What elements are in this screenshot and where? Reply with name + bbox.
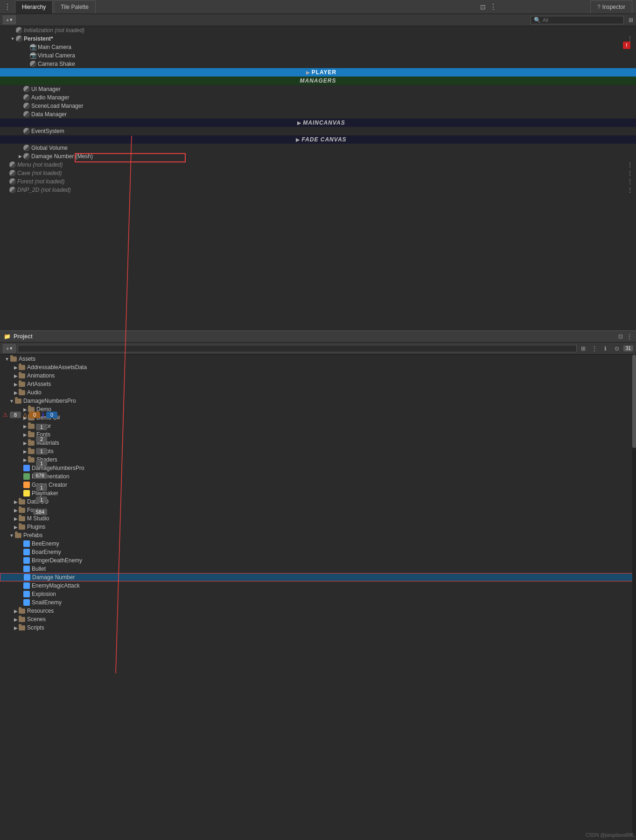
- unity-icon-audio: [23, 94, 30, 101]
- dots-menu-cave-icon[interactable]: ⋮: [627, 169, 636, 177]
- hierarchy-search[interactable]: 🔍: [531, 16, 624, 24]
- warning-count-badge: 0: [29, 412, 40, 418]
- proj-item-dnp-file[interactable]: DamageNumbersPro: [0, 464, 636, 472]
- tree-item-maincam[interactable]: 📷 Main Camera: [0, 43, 636, 51]
- proj-item-gamecreator[interactable]: Game Creator: [0, 481, 636, 489]
- tree-item-camerashake[interactable]: Camera Shake: [0, 60, 636, 68]
- tab-inspector[interactable]: ? Inspector: [590, 0, 632, 14]
- tree-item-audiomanager[interactable]: Audio Manager: [0, 93, 636, 102]
- tree-item-menu[interactable]: Menu (not loaded) ⋮: [0, 161, 636, 169]
- proj-item-scenes[interactable]: ▶ Scenes: [0, 615, 636, 623]
- item-label-damagenumber: Damage Number (Mesh): [31, 153, 93, 160]
- badge-7: 1: [36, 497, 47, 503]
- project-icon-btn-1[interactable]: ⊞: [579, 344, 588, 353]
- proj-item-explosion[interactable]: Explosion: [0, 590, 636, 598]
- project-add-button[interactable]: + ▾: [3, 344, 16, 353]
- unity-icon-dnp2d: [9, 187, 16, 193]
- arrow-scenes-icon: ▶: [14, 617, 18, 622]
- tree-item-datamanager[interactable]: Data Manager: [0, 110, 636, 119]
- proj-item-plugins[interactable]: ▶ Plugins: [0, 523, 636, 531]
- folder-icon-dnp: [15, 399, 21, 404]
- dots-menu-dnp2d-icon[interactable]: ⋮: [627, 186, 636, 194]
- proj-item-shaders[interactable]: ▶ Shaders: [0, 455, 636, 464]
- fadecanvas-section-bar: ▶ FADE CANVAS: [0, 135, 636, 144]
- left-sidebar: ⚠ 8 △ 0 ℹ 0 1 2 1 1 678 1 1 584: [0, 409, 50, 518]
- tab-hierarchy[interactable]: Hierarchy: [15, 0, 53, 14]
- dots-menu-menu-icon[interactable]: ⋮: [627, 161, 636, 168]
- proj-item-democ[interactable]: ▶ Demo C#: [0, 413, 636, 422]
- fadecanvas-expand-icon: ▶: [296, 137, 300, 143]
- project-icon-btn-2[interactable]: ⋮: [590, 344, 599, 353]
- proj-item-resources[interactable]: ▶ Resources: [0, 607, 636, 615]
- proj-item-audio[interactable]: ▶ Audio: [0, 388, 636, 397]
- tree-item-persistent[interactable]: ▼ Persistent* ⋮: [0, 35, 636, 43]
- proj-item-materials[interactable]: ▶ Materials: [0, 439, 636, 447]
- restore-icon[interactable]: ⊡: [480, 3, 486, 11]
- proj-item-damagenumberspro[interactable]: ▼ DamageNumbersPro: [0, 397, 636, 405]
- player-label: PLAYER: [312, 69, 337, 76]
- tree-item-damagenumber[interactable]: ▶ Damage Number (Mesh): [0, 152, 636, 161]
- proj-item-bringerdeath[interactable]: BringerDeathEnemy: [0, 556, 636, 565]
- project-scrollbar[interactable]: [632, 355, 636, 835]
- tree-item-cave[interactable]: Cave (not loaded) ⋮: [0, 169, 636, 177]
- more-project-icon[interactable]: ⋮: [627, 333, 632, 340]
- tree-item-dnp2d[interactable]: DNP_2D (not loaded) ⋮: [0, 186, 636, 194]
- proj-item-dataso[interactable]: ▶ Data SO: [0, 497, 636, 506]
- arrow-prefabs-icon: ▼: [9, 533, 14, 538]
- item-label-forest: Forest (not loaded): [17, 178, 64, 185]
- managers-section-bar: MANAGERS: [0, 77, 636, 85]
- tree-item-globalvolume[interactable]: Global Volume: [0, 144, 636, 152]
- project-search-input[interactable]: [18, 345, 576, 352]
- add-button[interactable]: + ▾: [3, 15, 16, 24]
- proj-label-animations: Animations: [27, 372, 55, 379]
- search-input[interactable]: [543, 17, 621, 23]
- proj-item-bullet[interactable]: Bullet: [0, 565, 636, 573]
- folder-icon-scripts-root: [19, 625, 25, 630]
- warning-icon-sidebar: △: [23, 412, 27, 418]
- player-section-bar: ▶ PLAYER: [0, 68, 636, 77]
- proj-item-fonts-sub[interactable]: ▶ Fonts: [0, 430, 636, 439]
- tree-item-eventsystem[interactable]: EventSystem: [0, 127, 636, 135]
- tree-item-sceneload[interactable]: SceneLoad Manager: [0, 102, 636, 110]
- tree-item-init[interactable]: Initialization (not loaded): [0, 26, 636, 35]
- proj-item-assets[interactable]: ▼ Assets: [0, 355, 636, 363]
- proj-item-damagenumber[interactable]: Damage Number: [0, 573, 636, 581]
- project-icon-btn-3[interactable]: ℹ: [601, 344, 610, 353]
- proj-label-scripts-root: Scripts: [27, 624, 44, 631]
- proj-item-fonts-root[interactable]: ▶ Fonts: [0, 506, 636, 514]
- filter-icon[interactable]: ⊞: [629, 17, 633, 23]
- tree-item-uimanager[interactable]: UI Manager: [0, 85, 636, 93]
- tree-item-virtualcam[interactable]: 📷 Virtual Camera: [0, 51, 636, 60]
- arrow-resources-icon: ▶: [14, 609, 18, 614]
- proj-item-scripts-root[interactable]: ▶ Scripts: [0, 623, 636, 632]
- plus-icon: +: [6, 17, 9, 23]
- proj-item-animations[interactable]: ▶ Animations: [0, 371, 636, 380]
- unity-icon-persistent: [16, 35, 22, 42]
- scroll-thumb[interactable]: [632, 355, 636, 448]
- proj-item-enemymagic[interactable]: EnemyMagicAttack: [0, 581, 636, 590]
- proj-item-demo[interactable]: ▶ Demo: [0, 405, 636, 413]
- restore-project-icon[interactable]: ⊡: [618, 333, 623, 340]
- proj-label-prefabs: Prefabs: [23, 532, 42, 539]
- proj-item-prefabs[interactable]: ▼ Prefabs: [0, 531, 636, 539]
- proj-item-scripts-sub[interactable]: ▶ Scripts: [0, 447, 636, 455]
- proj-item-addressable[interactable]: ▶ AddressableAssetsData: [0, 363, 636, 371]
- prefab-icon-bee: [23, 540, 30, 547]
- proj-item-mstudio[interactable]: ▶ M Studio: [0, 514, 636, 523]
- proj-item-boarenemy[interactable]: BoarEnemy: [0, 548, 636, 556]
- dots-menu-forest-icon[interactable]: ⋮: [627, 178, 636, 185]
- project-count-badge: 31: [623, 345, 633, 351]
- menu-dots-icon[interactable]: ⋮: [4, 2, 11, 11]
- proj-item-documentation[interactable]: Documentation: [0, 472, 636, 481]
- proj-item-artassets[interactable]: ▶ ArtAssets: [0, 380, 636, 388]
- proj-item-snailenemy[interactable]: SnailEnemy: [0, 598, 636, 607]
- tree-item-forest[interactable]: Forest (not loaded) ⋮: [0, 177, 636, 186]
- proj-item-beeenemy[interactable]: BeeEnemy: [0, 539, 636, 548]
- proj-item-playmaker[interactable]: Playmaker: [0, 489, 636, 497]
- item-label-dnp2d: DNP_2D (not loaded): [17, 187, 71, 193]
- top-bar-more-icon[interactable]: ⋮: [489, 2, 497, 11]
- proj-item-editor[interactable]: ▶ Editor: [0, 422, 636, 430]
- project-icon-btn-4[interactable]: ⊙: [612, 344, 622, 353]
- tab-tile-palette[interactable]: Tile Palette: [54, 0, 96, 14]
- sidebar-badge-row-7: 1: [0, 482, 50, 494]
